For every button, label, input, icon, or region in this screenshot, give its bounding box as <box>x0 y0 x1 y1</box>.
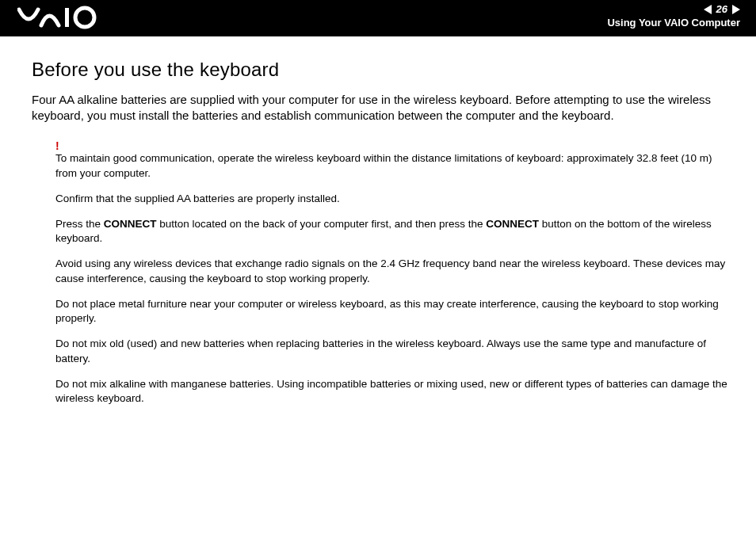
note-item: Avoid using any wireless devices that ex… <box>55 257 729 285</box>
note-item: Do not mix old (used) and new batteries … <box>55 337 729 365</box>
svg-point-1 <box>75 8 94 27</box>
svg-rect-0 <box>65 8 69 27</box>
section-title: Using Your VAIO Computer <box>607 17 740 29</box>
header-nav: 26 Using Your VAIO Computer <box>607 3 740 29</box>
page-title: Before you use the keyboard <box>32 59 729 81</box>
notes-block: ! To maintain good communication, operat… <box>55 139 729 406</box>
next-page-icon[interactable] <box>732 5 740 14</box>
note-text: Press the <box>55 218 104 230</box>
page-number: 26 <box>716 3 727 15</box>
note-text: button located on the back of your compu… <box>157 218 487 230</box>
prev-page-icon[interactable] <box>704 5 712 14</box>
note-item: Press the CONNECT button located on the … <box>55 217 729 246</box>
header-bar: 26 Using Your VAIO Computer <box>0 0 756 36</box>
note-item: Do not place metal furniture near your c… <box>55 297 729 326</box>
note-item: Do not mix alkaline with manganese batte… <box>55 377 729 406</box>
page-content: Before you use the keyboard Four AA alka… <box>0 36 756 406</box>
intro-paragraph: Four AA alkaline batteries are supplied … <box>32 92 729 124</box>
connect-label: CONNECT <box>486 218 539 230</box>
note-item: Confirm that the supplied AA batteries a… <box>55 192 729 206</box>
note-item: To maintain good communication, operate … <box>55 151 729 180</box>
connect-label: CONNECT <box>104 218 157 230</box>
vaio-logo <box>17 5 113 33</box>
